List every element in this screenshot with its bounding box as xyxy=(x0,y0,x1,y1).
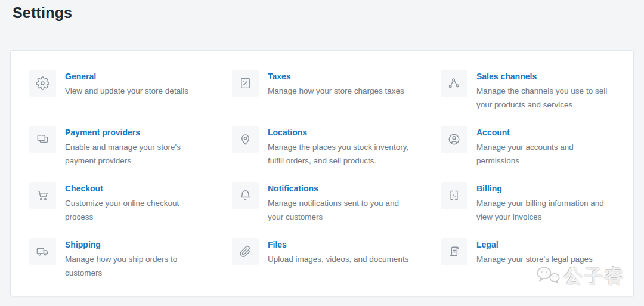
settings-description: Manage notifications sent to you and you… xyxy=(268,196,410,224)
settings-link-shipping[interactable]: Shipping xyxy=(65,240,101,249)
account-person-icon xyxy=(447,132,461,146)
location-pin-icon xyxy=(239,132,252,146)
truck-icon xyxy=(36,245,49,258)
item-icon-box xyxy=(29,126,56,153)
settings-description: Manage how your store charges taxes xyxy=(268,84,404,98)
settings-grid: General View and update your store detai… xyxy=(11,51,633,294)
settings-link-legal[interactable]: Legal xyxy=(476,240,499,249)
settings-link-billing[interactable]: Billing xyxy=(476,184,502,193)
legal-scroll-icon xyxy=(447,245,461,258)
settings-item-payment-providers: Payment providers Enable and manage your… xyxy=(29,126,232,182)
settings-description: Manage the channels you use to sell your… xyxy=(476,84,618,112)
sales-channels-icon xyxy=(447,76,461,90)
settings-description: Customize your online checkout process xyxy=(65,196,207,224)
settings-link-checkout[interactable]: Checkout xyxy=(65,184,103,193)
settings-description: Upload images, videos, and documents xyxy=(268,252,408,266)
settings-link-notifications[interactable]: Notifications xyxy=(268,184,318,193)
settings-item-notifications: Notifications Manage notifications sent … xyxy=(232,182,441,238)
settings-item-locations: Locations Manage the places you stock in… xyxy=(232,126,441,182)
settings-description: Enable and manage your store's payment p… xyxy=(65,140,207,168)
item-icon-box xyxy=(29,182,56,209)
settings-item-sales-channels: Sales channels Manage the channels you u… xyxy=(441,70,621,126)
item-icon-box xyxy=(29,238,56,265)
svg-text:$: $ xyxy=(453,193,456,199)
settings-link-payment-providers[interactable]: Payment providers xyxy=(65,128,140,137)
cart-icon xyxy=(36,188,49,202)
item-icon-box: $ xyxy=(441,182,467,209)
settings-item-taxes: Taxes Manage how your store charges taxe… xyxy=(232,70,441,126)
bell-icon xyxy=(239,188,252,202)
settings-item-general: General View and update your store detai… xyxy=(29,70,232,126)
item-icon-box xyxy=(232,126,259,153)
item-icon-box xyxy=(232,70,259,97)
item-icon-box xyxy=(232,238,259,265)
settings-link-account[interactable]: Account xyxy=(476,128,510,137)
settings-item-files: Files Upload images, videos, and documen… xyxy=(232,238,441,294)
settings-description: View and update your store details xyxy=(65,84,188,98)
settings-item-legal: Legal Manage your store's legal pages xyxy=(441,238,621,294)
item-icon-box xyxy=(441,238,467,265)
item-icon-box xyxy=(29,70,56,97)
settings-link-locations[interactable]: Locations xyxy=(268,128,307,137)
settings-link-general[interactable]: General xyxy=(65,72,96,81)
settings-description: Manage your store's legal pages xyxy=(476,252,593,266)
gear-icon xyxy=(36,76,49,90)
settings-card: General View and update your store detai… xyxy=(10,50,634,296)
settings-description: Manage the places you stock inventory, f… xyxy=(268,140,410,168)
paperclip-icon xyxy=(239,245,252,258)
page-title: Settings xyxy=(13,4,72,21)
payment-cards-icon xyxy=(36,132,49,146)
item-icon-box xyxy=(441,126,467,153)
settings-item-account: Account Manage your accounts and permiss… xyxy=(441,126,621,182)
settings-item-billing: $ Billing Manage your billing informatio… xyxy=(441,182,621,238)
taxes-percent-icon xyxy=(239,76,252,90)
settings-link-sales-channels[interactable]: Sales channels xyxy=(476,72,537,81)
settings-description: Manage your accounts and permissions xyxy=(476,140,618,168)
item-icon-box xyxy=(441,70,467,97)
settings-description: Manage your billing information and view… xyxy=(476,196,618,224)
billing-receipt-icon: $ xyxy=(447,188,461,202)
settings-item-checkout: Checkout Customize your online checkout … xyxy=(29,182,232,238)
item-icon-box xyxy=(232,182,259,209)
settings-link-taxes[interactable]: Taxes xyxy=(268,72,291,81)
settings-item-shipping: Shipping Manage how you ship orders to c… xyxy=(29,238,232,294)
settings-link-files[interactable]: Files xyxy=(268,240,287,249)
settings-description: Manage how you ship orders to customers xyxy=(65,252,207,280)
